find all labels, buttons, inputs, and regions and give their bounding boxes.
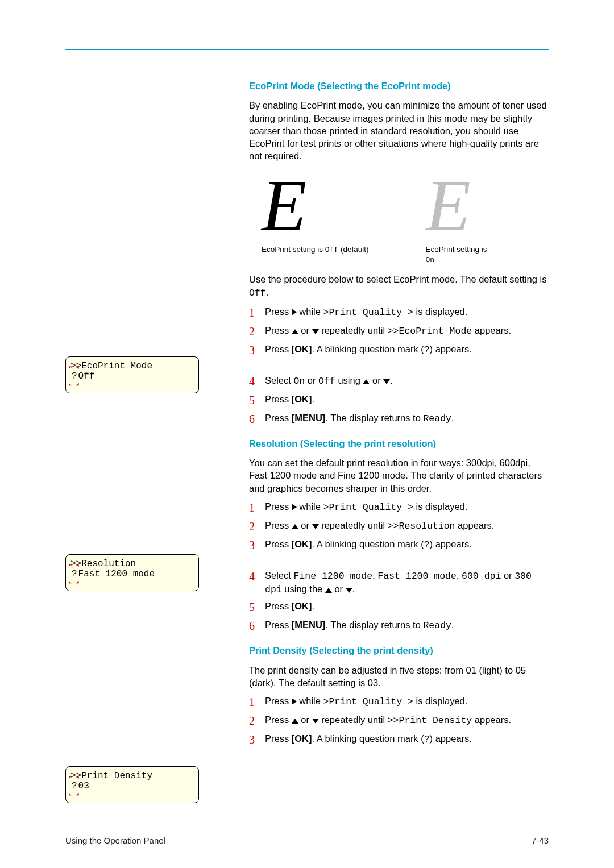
caption-on: EcoPrint setting is On xyxy=(425,244,487,265)
step-number: 6 xyxy=(249,412,265,427)
resolution-intro: You can set the default print resolution… xyxy=(249,456,549,495)
step-number: 4 xyxy=(249,374,265,389)
right-arrow-icon xyxy=(292,309,297,315)
up-arrow-icon xyxy=(292,524,298,529)
heading-resolution: Resolution (Selecting the print resoluti… xyxy=(249,437,549,450)
blink-cursor: ? xyxy=(70,372,78,382)
right-arrow-icon xyxy=(292,504,297,510)
bottom-divider xyxy=(65,825,549,826)
up-arrow-icon xyxy=(325,588,332,593)
lcd-line2: ? Fast 1200 mode xyxy=(70,570,198,580)
right-arrow-icon xyxy=(292,698,297,705)
step-number: 2 xyxy=(249,713,265,729)
down-arrow-icon xyxy=(312,524,319,529)
lcd-density: >>Print Density ? 03 xyxy=(65,766,199,803)
down-arrow-icon xyxy=(383,379,390,384)
top-divider xyxy=(65,49,549,50)
up-arrow-icon xyxy=(363,379,370,384)
step-text: Press [OK]. A blinking question mark (?)… xyxy=(265,538,549,553)
step-text: Select On or Off using or . xyxy=(265,374,549,389)
down-arrow-icon xyxy=(346,588,352,593)
lcd-line1: >>EcoPrint Mode xyxy=(70,362,198,372)
density-steps-a: 1 Press while >Print Quality > is displa… xyxy=(249,695,549,747)
resolution-steps-a: 1 Press while >Print Quality > is displa… xyxy=(249,500,549,553)
step-text: Press [MENU]. The display returns to Rea… xyxy=(265,412,549,427)
caption-off: EcoPrint setting is Off (default) xyxy=(262,244,368,255)
lcd-ecoprint: >>EcoPrint Mode ? Off xyxy=(65,356,199,393)
footer-pagenum: 7-43 xyxy=(532,835,549,846)
ecoprint-para2: Use the procedure below to select EcoPri… xyxy=(249,273,549,300)
step-text: Press [MENU]. The display returns to Rea… xyxy=(265,618,549,634)
ecoprint-intro: By enabling EcoPrint mode, you can minim… xyxy=(249,99,549,162)
step-text: Press [OK]. A blinking question mark (?)… xyxy=(265,732,549,747)
step-text: Press or repeatedly until >>Print Densit… xyxy=(265,713,549,729)
sample-light-e: E xyxy=(425,168,487,242)
step-number: 5 xyxy=(249,600,265,615)
page-footer: Using the Operation Panel 7-43 xyxy=(65,835,549,846)
step-number: 1 xyxy=(249,305,265,321)
footer-title: Using the Operation Panel xyxy=(65,835,165,846)
resolution-steps-b: 4 Select Fine 1200 mode, Fast 1200 mode,… xyxy=(249,569,549,634)
step-number: 3 xyxy=(249,732,265,747)
lcd-line1: >>Resolution xyxy=(70,559,198,570)
down-arrow-icon xyxy=(312,719,319,724)
blink-cursor: ? xyxy=(70,782,78,792)
down-arrow-icon xyxy=(312,329,319,334)
step-number: 5 xyxy=(249,393,265,408)
lcd-line2: ? 03 xyxy=(70,782,198,792)
lcd-line2: ? Off xyxy=(70,372,198,382)
step-number: 3 xyxy=(249,538,265,553)
step-text: Select Fine 1200 mode, Fast 1200 mode, 6… xyxy=(265,569,549,597)
lcd-resolution: >>Resolution ? Fast 1200 mode xyxy=(65,554,199,591)
density-intro: The print density can be adjusted in fiv… xyxy=(249,664,549,690)
heading-ecoprint: EcoPrint Mode (Selecting the EcoPrint mo… xyxy=(249,80,549,92)
step-text: Press or repeatedly until >>EcoPrint Mod… xyxy=(265,324,549,339)
blink-cursor: ? xyxy=(70,570,78,580)
up-arrow-icon xyxy=(292,329,298,334)
step-text: Press while >Print Quality > is displaye… xyxy=(265,695,549,710)
step-text: Press while >Print Quality > is displaye… xyxy=(265,500,549,516)
step-text: Press or repeatedly until >>Resolution a… xyxy=(265,519,549,534)
step-number: 1 xyxy=(249,500,265,516)
heading-density: Print Density (Selecting the print densi… xyxy=(249,644,549,657)
step-text: Press [OK]. A blinking question mark (?)… xyxy=(265,343,549,358)
sample-dark-e: E xyxy=(262,168,368,242)
up-arrow-icon xyxy=(292,719,298,724)
step-text: Press while >Print Quality > is displaye… xyxy=(265,305,549,321)
ecoprint-illustration: E EcoPrint setting is Off (default) E Ec… xyxy=(262,168,549,265)
lcd-line1: >>Print Density xyxy=(70,771,198,782)
step-number: 6 xyxy=(249,618,265,634)
ecoprint-steps-a: 1 Press while >Print Quality > is displa… xyxy=(249,305,549,358)
ecoprint-steps-b: 4 Select On or Off using or . 5 Press [O… xyxy=(249,374,549,427)
step-text: Press [OK]. xyxy=(265,393,549,408)
step-text: Press [OK]. xyxy=(265,600,549,615)
page-content: EcoPrint Mode (Selecting the EcoPrint mo… xyxy=(65,80,549,752)
step-number: 4 xyxy=(249,569,265,597)
step-number: 1 xyxy=(249,695,265,710)
step-number: 3 xyxy=(249,343,265,358)
step-number: 2 xyxy=(249,519,265,534)
step-number: 2 xyxy=(249,324,265,339)
